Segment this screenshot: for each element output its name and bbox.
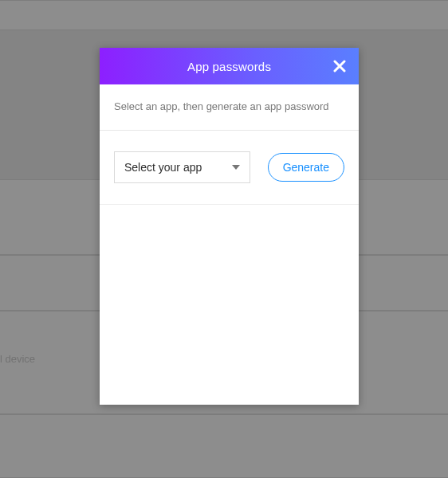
app-passwords-modal: App passwords Select an app, then genera… [100,48,359,405]
app-select-label: Select your app [124,161,202,174]
modal-body-spacer [100,205,359,405]
close-button[interactable] [328,55,351,77]
generate-button[interactable]: Generate [268,153,344,182]
app-select[interactable]: Select your app [114,151,250,183]
modal-instruction: Select an app, then generate an app pass… [100,84,359,131]
close-icon [333,60,346,72]
chevron-down-icon [232,165,240,170]
modal-header: App passwords [100,48,359,84]
modal-title: App passwords [187,60,271,73]
modal-body: Select your app Generate [100,131,359,205]
